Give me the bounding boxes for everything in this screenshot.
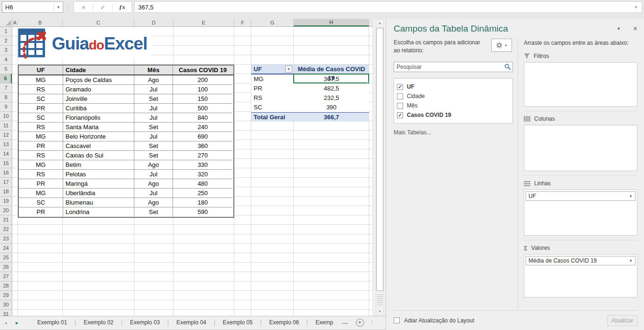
row-header-28[interactable]: 28 bbox=[0, 281, 12, 291]
area-dropzone-valores[interactable]: Média de Casos COVID 19▼ bbox=[524, 254, 637, 297]
pivot-row-label[interactable]: PR bbox=[251, 84, 294, 93]
sheet-tab-exemplo-01[interactable]: Exemplo 01 bbox=[29, 316, 75, 329]
row-header-19[interactable]: 19 bbox=[0, 197, 12, 206]
sheet-tab-exemplo-06[interactable]: Exemplo 06 bbox=[261, 316, 307, 329]
tools-button[interactable]: ▼ bbox=[491, 39, 512, 52]
row-header-17[interactable]: 17 bbox=[0, 178, 12, 187]
pivot-row-value[interactable]: 232,5 bbox=[294, 93, 369, 103]
data-table-cell[interactable]: Londrina bbox=[63, 207, 134, 217]
data-table-cell[interactable]: 200 bbox=[173, 75, 232, 85]
vertical-scrollbar[interactable]: ▲ ▼ bbox=[376, 19, 384, 316]
area-field-pill-média-de-casos-covid-19[interactable]: Média de Casos COVID 19▼ bbox=[526, 256, 636, 265]
pivot-total-label[interactable]: Total Geral bbox=[251, 113, 294, 122]
data-table-cell[interactable]: Jul bbox=[134, 189, 173, 198]
vertical-scrollbar-thumb[interactable] bbox=[376, 28, 383, 291]
data-table-cell[interactable]: PR bbox=[19, 141, 63, 151]
pivot-total-value[interactable]: 366,7 bbox=[294, 113, 369, 122]
row-header-5[interactable]: 5 bbox=[0, 65, 12, 74]
data-table-cell[interactable]: Ago bbox=[134, 75, 173, 85]
scroll-up-icon[interactable]: ▲ bbox=[376, 19, 383, 27]
row-header-21[interactable]: 21 bbox=[0, 215, 12, 225]
scroll-down-icon[interactable]: ▼ bbox=[376, 308, 383, 315]
data-table-cell[interactable]: SC bbox=[19, 198, 63, 207]
formula-bar-expand-icon[interactable]: ▼ bbox=[634, 5, 638, 9]
column-header-f[interactable]: F bbox=[234, 19, 251, 26]
row-header-20[interactable]: 20 bbox=[0, 206, 12, 215]
unchecked-checkbox-icon[interactable] bbox=[397, 103, 403, 109]
data-table-cell[interactable]: 690 bbox=[173, 132, 232, 141]
data-table-cell[interactable]: Blumenau bbox=[63, 198, 134, 207]
row-header-1[interactable]: 1 bbox=[0, 27, 12, 36]
row-header-31[interactable]: 31 bbox=[0, 310, 12, 316]
unchecked-checkbox-icon[interactable] bbox=[397, 93, 403, 99]
sheet-tab-truncated[interactable]: Exemp bbox=[307, 316, 341, 329]
data-table-cell[interactable]: Jul bbox=[134, 104, 173, 113]
sheet-tab-exemplo-04[interactable]: Exemplo 04 bbox=[168, 316, 214, 329]
data-table-cell[interactable]: RS bbox=[19, 151, 63, 160]
row-header-18[interactable]: 18 bbox=[0, 187, 12, 197]
field-item-cidade[interactable]: Cidade bbox=[397, 91, 510, 101]
data-table-cell[interactable]: 250 bbox=[173, 189, 232, 198]
data-table-cell[interactable]: 840 bbox=[173, 113, 232, 123]
data-table-cell[interactable]: 480 bbox=[173, 179, 232, 189]
column-header-b[interactable]: B bbox=[18, 19, 63, 26]
data-table-cell[interactable]: RS bbox=[19, 123, 63, 132]
data-table-cell[interactable]: Ago bbox=[134, 198, 173, 207]
column-header-d[interactable]: D bbox=[134, 19, 173, 26]
sheet-tab-exemplo-02[interactable]: Exemplo 02 bbox=[75, 316, 121, 329]
add-sheet-icon[interactable]: + bbox=[356, 319, 364, 327]
sheet-tab-exemplo-05[interactable]: Exemplo 05 bbox=[215, 316, 261, 329]
column-header-e[interactable]: E bbox=[173, 19, 234, 26]
field-item-casos-covid-19[interactable]: ✓Casos COVID 19 bbox=[397, 110, 510, 120]
data-table-cell[interactable]: Set bbox=[134, 123, 173, 132]
name-box[interactable]: H6 ▼ bbox=[2, 1, 63, 13]
column-header-h[interactable]: H bbox=[294, 19, 369, 26]
pivot-row-value[interactable]: 482,5 bbox=[294, 84, 369, 93]
data-table-cell[interactable]: Set bbox=[134, 141, 173, 151]
pivot-row-header-cell[interactable]: UF▼ bbox=[251, 65, 294, 74]
data-table-cell[interactable]: Set bbox=[134, 94, 173, 104]
pill-dropdown-icon[interactable]: ▼ bbox=[629, 194, 633, 198]
data-table-cell[interactable]: SC bbox=[19, 113, 63, 123]
checked-checkbox-icon[interactable]: ✓ bbox=[397, 112, 403, 118]
data-table-cell[interactable]: Maringá bbox=[63, 179, 134, 189]
data-table-cell[interactable]: 320 bbox=[173, 170, 232, 179]
area-field-pill-uf[interactable]: UF▼ bbox=[526, 191, 636, 201]
data-table-cell[interactable]: Caxias do Sul bbox=[63, 151, 134, 160]
select-all-corner[interactable] bbox=[0, 19, 12, 26]
column-header-a[interactable]: A bbox=[12, 19, 18, 26]
column-header-c[interactable]: C bbox=[63, 19, 134, 26]
data-table-cell[interactable]: 360 bbox=[173, 141, 232, 151]
data-table-cell[interactable]: 330 bbox=[173, 160, 232, 170]
fill-handle[interactable] bbox=[367, 82, 370, 84]
row-header-27[interactable]: 27 bbox=[0, 272, 12, 281]
data-table-cell[interactable]: Jul bbox=[134, 85, 173, 94]
row-header-9[interactable]: 9 bbox=[0, 102, 12, 112]
row-header-4[interactable]: 4 bbox=[0, 55, 12, 65]
name-box-dropdown-icon[interactable]: ▼ bbox=[54, 5, 63, 9]
data-table-cell[interactable]: Ago bbox=[134, 160, 173, 170]
data-table-cell[interactable]: Jul bbox=[134, 170, 173, 179]
enter-icon[interactable]: ✓ bbox=[93, 4, 112, 11]
pivot-row-label[interactable]: MG bbox=[251, 74, 294, 84]
pane-close-icon[interactable]: × bbox=[633, 25, 637, 33]
more-tables-link[interactable]: Mais Tabelas... bbox=[394, 129, 513, 136]
data-table-cell[interactable]: 100 bbox=[173, 85, 232, 94]
field-item-mês[interactable]: Mês bbox=[397, 101, 510, 110]
pane-options-arrow-icon[interactable]: ▼ bbox=[617, 26, 621, 31]
cancel-icon[interactable]: × bbox=[74, 4, 93, 11]
area-dropzone-filtros[interactable] bbox=[524, 62, 637, 107]
data-table-cell[interactable]: Curitiba bbox=[63, 104, 134, 113]
row-header-2[interactable]: 2 bbox=[0, 36, 12, 46]
tab-bar-menu-icon[interactable]: ⋮ bbox=[370, 320, 375, 326]
data-table-cell[interactable]: 150 bbox=[173, 94, 232, 104]
next-sheet-icon[interactable]: ► bbox=[11, 321, 23, 325]
data-table-cell[interactable]: Santa Maria bbox=[63, 123, 134, 132]
area-dropzone-colunas[interactable] bbox=[524, 125, 637, 171]
search-icon[interactable] bbox=[504, 64, 511, 70]
row-header-14[interactable]: 14 bbox=[0, 149, 12, 159]
data-table-cell[interactable]: Pelotas bbox=[63, 170, 134, 179]
update-button[interactable]: Atualizar bbox=[607, 315, 637, 326]
data-table-cell[interactable]: Uberlândia bbox=[63, 189, 134, 198]
defer-layout-checkbox[interactable] bbox=[394, 317, 400, 323]
